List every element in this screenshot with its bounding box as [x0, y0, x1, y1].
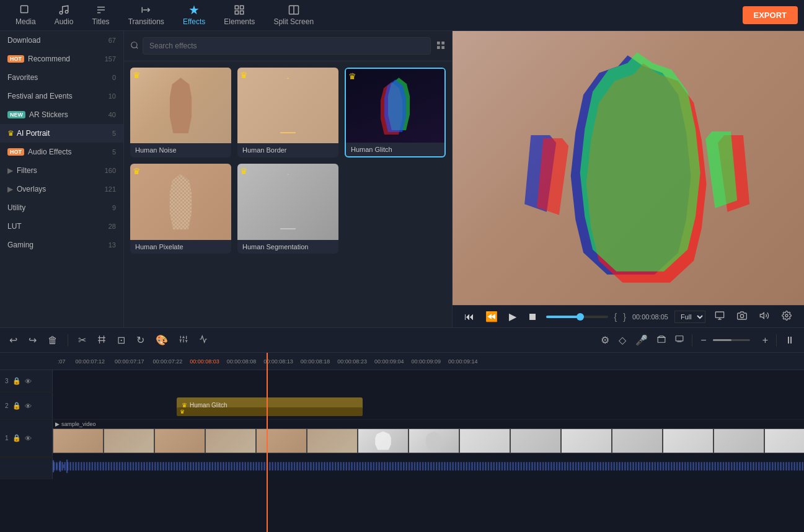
- nav-effects[interactable]: Effects: [174, 1, 214, 29]
- sidebar-item-festival[interactable]: Festival and Events 10: [0, 87, 123, 105]
- track-1-label: 1 🔒 👁: [0, 420, 53, 456]
- track-2-eye-icon[interactable]: 👁: [25, 402, 32, 410]
- timeline-content: :07 00:00:07:12 00:00:07:17 00:00:07:22 …: [0, 353, 804, 532]
- subtitle-button[interactable]: [672, 333, 687, 348]
- skip-back-button[interactable]: ⏮: [462, 310, 477, 324]
- overlays-label: Overlays: [17, 185, 46, 193]
- zoom-select[interactable]: Full: [674, 311, 705, 323]
- sidebar-item-utility[interactable]: Utility 9: [0, 198, 123, 217]
- track-3-lock-icon[interactable]: 🔒: [12, 377, 21, 385]
- ruler-mark-4: 00:00:08:03: [186, 358, 223, 365]
- sidebar-item-download[interactable]: Download 67: [0, 31, 123, 50]
- sidebar-item-overlays[interactable]: ▶ Overlays 121: [0, 180, 123, 198]
- delete-button[interactable]: 🗑: [45, 333, 61, 348]
- sidebar-item-favorites[interactable]: Favorites 0: [0, 68, 123, 87]
- timeline-ruler: :07 00:00:07:12 00:00:07:17 00:00:07:22 …: [0, 353, 804, 370]
- zoom-in-button[interactable]: +: [759, 333, 771, 348]
- track-row-1: 1 🔒 👁 ▶ sample_video: [0, 420, 804, 457]
- play-button[interactable]: ▶: [506, 309, 519, 324]
- video-frame-3: [205, 428, 256, 453]
- favorites-count: 0: [112, 74, 116, 81]
- zoom-slider[interactable]: [713, 339, 750, 341]
- video-track-label-container: ▶ sample_video: [55, 421, 96, 427]
- nav-transitions[interactable]: Transitions: [119, 1, 174, 29]
- track-2-lock-icon[interactable]: 🔒: [12, 402, 21, 410]
- video-track-name: sample_video: [61, 421, 96, 427]
- video-frame-12: [663, 428, 713, 453]
- effect-track-bottom-crown: ♛: [180, 409, 185, 415]
- toolbar-divider-1: [68, 334, 68, 347]
- audio-icon[interactable]: [756, 311, 772, 322]
- screen-icon[interactable]: [712, 311, 728, 322]
- ruler-mark-10: 00:00:09:09: [407, 358, 444, 365]
- effects-search-input[interactable]: [143, 37, 431, 55]
- effect-card-human-border[interactable]: ♛ Human Border: [237, 68, 338, 157]
- audio-adjust-button[interactable]: [176, 333, 191, 348]
- overlay-button[interactable]: [654, 333, 669, 348]
- svg-rect-32: [53, 460, 54, 472]
- sidebar-item-filters[interactable]: ▶ Filters 160: [0, 161, 123, 180]
- nav-elements[interactable]: Elements: [214, 1, 264, 29]
- cut-button[interactable]: ✂: [75, 332, 89, 348]
- video-frame-10: [561, 428, 612, 453]
- effect-thumb-human-glitch: ♛: [346, 69, 444, 143]
- track-1-lock-icon[interactable]: 🔒: [12, 434, 21, 442]
- svg-rect-3: [236, 6, 239, 9]
- crown-icon-ai: ♛: [7, 129, 14, 138]
- sidebar-item-lut[interactable]: LUT 28: [0, 217, 123, 236]
- effect-label-human-segmentation: Human Segmentation: [237, 240, 338, 254]
- speed-button[interactable]: ⚙: [598, 332, 612, 348]
- zoom-out-button[interactable]: −: [697, 333, 709, 348]
- effect-track-crown-row: ♛: [177, 407, 363, 416]
- toolbar-divider-3: [776, 334, 777, 347]
- track-3-eye-icon[interactable]: 👁: [25, 378, 32, 385]
- sidebar-item-ar-stickers[interactable]: NEW AR Stickers 40: [0, 105, 123, 124]
- zoom-slider-container: [713, 339, 756, 341]
- nav-titles[interactable]: Titles: [82, 1, 118, 29]
- camera-icon[interactable]: [734, 311, 750, 322]
- frame-back-button[interactable]: ⏪: [483, 309, 500, 324]
- undo-button[interactable]: ↩: [6, 332, 20, 348]
- effect-card-human-glitch[interactable]: ♛ Human Glitch: [345, 68, 446, 157]
- mic-button[interactable]: 🎤: [632, 332, 651, 348]
- waveform-button[interactable]: [196, 333, 211, 348]
- crop-button[interactable]: [94, 333, 109, 348]
- filters-label: Filters: [17, 166, 37, 175]
- ruler-marks-container: :07 00:00:07:12 00:00:07:17 00:00:07:22 …: [53, 353, 804, 370]
- nav-media[interactable]: Media: [6, 1, 45, 29]
- nav-audio[interactable]: Audio: [45, 1, 83, 29]
- sidebar-item-ai-portrait[interactable]: ♛ AI Portrait 5: [0, 124, 123, 143]
- sidebar-item-gaming[interactable]: Gaming 13: [0, 236, 123, 254]
- ruler-mark-5: 00:00:08:08: [223, 358, 260, 365]
- stop-button[interactable]: ⏹: [525, 310, 540, 324]
- track-3-label: 3 🔒 👁: [0, 370, 53, 392]
- pause-timeline-button[interactable]: ⏸: [782, 333, 798, 348]
- zoom-fit-button[interactable]: ⊡: [114, 332, 128, 348]
- effect-card-human-segmentation[interactable]: ♛ Human Segmentation: [237, 164, 338, 253]
- progress-thumb: [576, 313, 584, 321]
- video-frame-6: [358, 428, 409, 453]
- color-button[interactable]: 🎨: [152, 332, 171, 348]
- sidebar-item-audio-effects[interactable]: HOT Audio Effects 5: [0, 143, 123, 161]
- track-1-eye-icon[interactable]: 👁: [25, 435, 32, 442]
- rotate-button[interactable]: ↻: [133, 332, 148, 348]
- marker-button[interactable]: ◇: [616, 332, 629, 348]
- effect-card-human-noise[interactable]: ♛ Human Noise: [130, 68, 231, 157]
- ruler-mark-7: 00:00:08:18: [297, 358, 334, 365]
- effect-card-human-pixelate[interactable]: ♛ Human Pixelate: [130, 164, 231, 253]
- effect-label-human-pixelate: Human Pixelate: [130, 240, 231, 254]
- track-2-num: 2: [5, 402, 9, 409]
- video-frame-0: [53, 428, 104, 453]
- download-count: 67: [108, 37, 116, 44]
- redo-button[interactable]: ↪: [25, 332, 40, 348]
- svg-rect-4: [241, 6, 244, 9]
- export-button[interactable]: EXPORT: [743, 6, 798, 24]
- favorites-label: Favorites: [7, 73, 38, 82]
- sidebar-item-recommend[interactable]: HOT Recommend 157: [0, 50, 123, 68]
- progress-bar[interactable]: [546, 316, 608, 318]
- audio-count: 5: [112, 148, 116, 156]
- crown-badge-segmentation: ♛: [240, 166, 248, 176]
- settings-icon[interactable]: [779, 311, 795, 322]
- nav-split-screen[interactable]: Split Screen: [264, 1, 323, 29]
- grid-view-icon[interactable]: [436, 40, 446, 52]
